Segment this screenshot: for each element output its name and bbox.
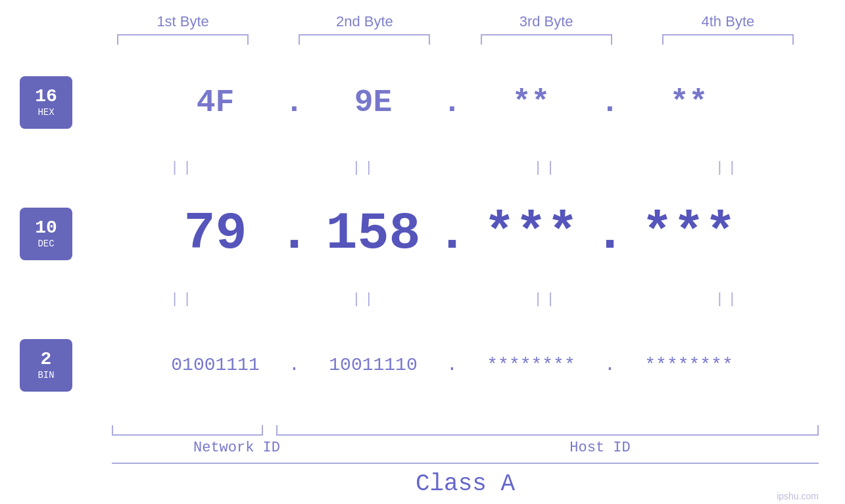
id-labels-row: Network ID Host ID [92, 440, 845, 456]
hex-dot-3: . [591, 85, 630, 120]
hex-row: 16 HEX 4F . 9E . ** . ** [0, 45, 845, 160]
equals-2: || [285, 160, 443, 176]
hex-values: 4F . 9E . ** . ** [72, 85, 819, 120]
bracket-2 [299, 34, 430, 45]
class-row: Class A ipshu.com [112, 463, 819, 504]
equals-row-2: || || || || [92, 291, 845, 308]
bin-badge-label: BIN [37, 370, 54, 380]
dec-badge-number: 10 [35, 219, 57, 237]
bin-byte-2: 10011110 [314, 355, 433, 375]
bin-byte-4: ******** [630, 355, 748, 375]
hex-dot-1: . [275, 85, 314, 120]
main-container: 1st Byte 2nd Byte 3rd Byte 4th Byte 16 H… [0, 0, 845, 504]
dec-badge: 10 DEC [20, 208, 72, 260]
bin-dot-3: . [591, 355, 630, 375]
hex-byte-2: 9E [314, 85, 433, 120]
bin-dot-2: . [433, 355, 472, 375]
bin-row: 2 BIN 01001111 . 10011110 . ******** . *… [0, 308, 845, 423]
byte-header-4: 4th Byte [649, 13, 807, 30]
watermark: ipshu.com [777, 491, 819, 501]
dec-dot-2: . [433, 208, 472, 260]
hex-dot-2: . [433, 85, 472, 120]
hex-byte-4: ** [630, 85, 748, 120]
bottom-brackets [112, 425, 845, 436]
bin-byte-1: 01001111 [157, 355, 275, 375]
equals-3: || [468, 160, 625, 176]
dec-values: 79 . 158 . *** . *** [72, 208, 819, 260]
hex-byte-1: 4F [157, 85, 275, 120]
hex-badge-label: HEX [37, 107, 54, 118]
equals-5: || [104, 291, 262, 308]
dec-badge-label: DEC [37, 239, 54, 249]
network-id-label: Network ID [92, 440, 381, 456]
equals-6: || [285, 291, 443, 308]
dec-byte-1: 79 [157, 208, 275, 260]
equals-7: || [468, 291, 625, 308]
top-brackets [92, 34, 845, 45]
equals-8: || [649, 291, 807, 308]
byte-headers: 1st Byte 2nd Byte 3rd Byte 4th Byte [92, 0, 845, 30]
dec-row: 10 DEC 79 . 158 . *** . *** [0, 176, 845, 291]
hex-byte-3: ** [472, 85, 591, 120]
bracket-3 [481, 34, 612, 45]
dec-dot-1: . [275, 208, 314, 260]
dec-byte-4: *** [630, 208, 748, 260]
bracket-1 [117, 34, 249, 45]
bin-badge: 2 BIN [20, 339, 72, 392]
bin-badge-number: 2 [41, 350, 52, 369]
equals-1: || [104, 160, 262, 176]
bin-dot-1: . [275, 355, 314, 375]
bin-byte-3: ******** [472, 355, 591, 375]
byte-header-3: 3rd Byte [468, 13, 625, 30]
host-bracket [276, 425, 819, 436]
network-bracket [112, 425, 263, 436]
dec-byte-3: *** [472, 208, 591, 260]
dec-dot-3: . [591, 208, 630, 260]
equals-row-1: || || || || [92, 160, 845, 176]
equals-4: || [649, 160, 807, 176]
byte-header-2: 2nd Byte [285, 13, 443, 30]
hex-badge-number: 16 [35, 87, 57, 106]
bracket-4 [662, 34, 794, 45]
host-id-label: Host ID [381, 440, 819, 456]
byte-header-1: 1st Byte [104, 13, 262, 30]
hex-badge: 16 HEX [20, 76, 72, 129]
class-label: Class A [416, 470, 515, 497]
dec-byte-2: 158 [314, 208, 433, 260]
bin-values: 01001111 . 10011110 . ******** . *******… [72, 355, 819, 375]
